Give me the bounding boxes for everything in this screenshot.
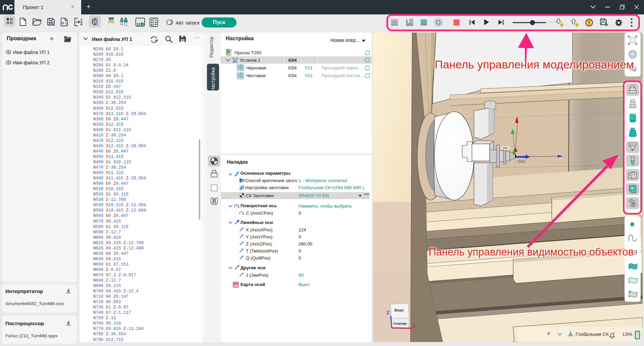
svg-text:Верх: Верх (394, 308, 404, 312)
svg-text:13%: 13% (622, 331, 632, 337)
svg-text:+: + (547, 330, 551, 337)
svg-text:G: G (238, 73, 240, 76)
svg-text:G: G (238, 65, 240, 68)
svg-text:Спереди: Спереди (393, 322, 407, 325)
svg-text:X: X (412, 323, 416, 329)
svg-text:Z: Z (386, 309, 389, 315)
svg-text:Глобальная СК: Глобальная СК (576, 332, 609, 337)
svg-text:N·1: N·1 (62, 21, 67, 25)
